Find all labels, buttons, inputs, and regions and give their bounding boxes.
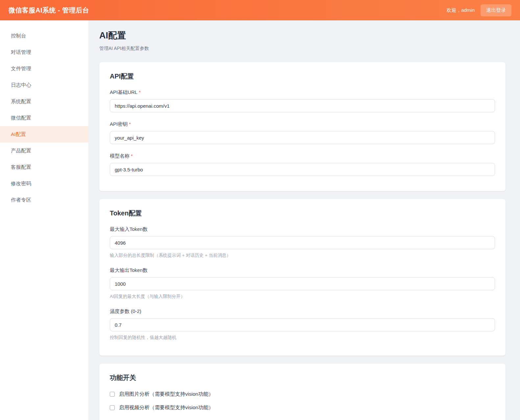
page-title: AI配置 xyxy=(99,30,506,41)
sidebar-item-change-password[interactable]: 修改密码 xyxy=(0,175,88,192)
app-title: 微信客服AI系统 - 管理后台 xyxy=(9,6,89,15)
field-model-name: 模型名称* xyxy=(110,153,495,176)
image-analysis-label: 启用图片分析（需要模型支持vision功能） xyxy=(119,391,214,398)
required-asterisk: * xyxy=(129,121,131,127)
temperature-help: 控制回复的随机性，值越大越随机 xyxy=(110,335,495,341)
page-subtitle: 管理AI API相关配置参数 xyxy=(99,46,506,52)
api-config-card: API配置 API基础URL* API密钥* 模型名称* xyxy=(99,62,506,191)
api-key-input[interactable] xyxy=(110,131,495,144)
temperature-label: 温度参数 (0-2) xyxy=(110,308,495,315)
sidebar-item-ai-config[interactable]: AI配置 xyxy=(0,126,88,143)
field-api-key: API密钥* xyxy=(110,121,495,144)
video-analysis-checkbox[interactable] xyxy=(110,405,115,410)
temperature-input[interactable] xyxy=(110,318,495,331)
sidebar-item-product-config[interactable]: 产品配置 xyxy=(0,143,88,159)
max-output-tokens-help: AI回复的最大长度（与输入限制分开） xyxy=(110,294,495,299)
api-key-label: API密钥* xyxy=(110,121,495,127)
image-analysis-row[interactable]: 启用图片分析（需要模型支持vision功能） xyxy=(110,391,495,398)
max-output-tokens-input[interactable] xyxy=(110,277,495,290)
model-name-input[interactable] xyxy=(110,163,495,176)
max-output-tokens-label: 最大输出Token数 xyxy=(110,267,495,274)
field-max-input-tokens: 最大输入Token数 输入部分的总长度限制（系统提示词 + 对话历史 + 当前消… xyxy=(110,226,495,258)
sidebar-item-author-zone[interactable]: 作者专区 xyxy=(0,192,88,208)
max-input-tokens-input[interactable] xyxy=(110,236,495,249)
video-analysis-label: 启用视频分析（需要模型支持vision功能） xyxy=(119,404,214,411)
sidebar-item-dashboard[interactable]: 控制台 xyxy=(0,28,88,44)
field-temperature: 温度参数 (0-2) 控制回复的随机性，值越大越随机 xyxy=(110,308,495,341)
max-input-tokens-label: 最大输入Token数 xyxy=(110,226,495,232)
welcome-text: 欢迎，admin xyxy=(446,7,475,13)
required-asterisk: * xyxy=(131,153,133,159)
sidebar-item-service-config[interactable]: 客服配置 xyxy=(0,159,88,175)
api-base-url-label: API基础URL* xyxy=(110,89,495,96)
token-config-card-title: Token配置 xyxy=(110,209,495,218)
sidebar-item-wechat-config[interactable]: 微信配置 xyxy=(0,110,88,126)
sidebar-item-system-config[interactable]: 系统配置 xyxy=(0,93,88,110)
feature-switches-card: 功能开关 启用图片分析（需要模型支持vision功能） 启用视频分析（需要模型支… xyxy=(99,364,506,420)
logout-button[interactable]: 退出登录 xyxy=(481,4,511,16)
token-config-card: Token配置 最大输入Token数 输入部分的总长度限制（系统提示词 + 对话… xyxy=(99,199,506,356)
sidebar-item-files[interactable]: 文件管理 xyxy=(0,60,88,77)
layout: 控制台 对话管理 文件管理 日志中心 系统配置 微信配置 AI配置 产品配置 客… xyxy=(0,20,520,420)
model-name-label: 模型名称* xyxy=(110,153,495,159)
sidebar: 控制台 对话管理 文件管理 日志中心 系统配置 微信配置 AI配置 产品配置 客… xyxy=(0,20,89,420)
video-analysis-row[interactable]: 启用视频分析（需要模型支持vision功能） xyxy=(110,404,495,411)
header-right: 欢迎，admin 退出登录 xyxy=(446,4,511,16)
required-asterisk: * xyxy=(139,89,141,95)
api-key-label-text: API密钥 xyxy=(110,121,128,127)
model-name-label-text: 模型名称 xyxy=(110,153,130,159)
api-base-url-input[interactable] xyxy=(110,99,495,112)
api-config-card-title: API配置 xyxy=(110,72,495,81)
main-content: AI配置 管理AI API相关配置参数 API配置 API基础URL* API密… xyxy=(89,20,520,420)
max-input-tokens-help: 输入部分的总长度限制（系统提示词 + 对话历史 + 当前消息） xyxy=(110,253,495,258)
feature-switches-card-title: 功能开关 xyxy=(110,373,495,382)
app-header: 微信客服AI系统 - 管理后台 欢迎，admin 退出登录 xyxy=(0,0,520,20)
api-base-url-label-text: API基础URL xyxy=(110,89,137,95)
field-max-output-tokens: 最大输出Token数 AI回复的最大长度（与输入限制分开） xyxy=(110,267,495,299)
image-analysis-checkbox[interactable] xyxy=(110,392,115,397)
field-api-base-url: API基础URL* xyxy=(110,89,495,112)
sidebar-item-conversations[interactable]: 对话管理 xyxy=(0,44,88,60)
sidebar-item-logs[interactable]: 日志中心 xyxy=(0,77,88,93)
